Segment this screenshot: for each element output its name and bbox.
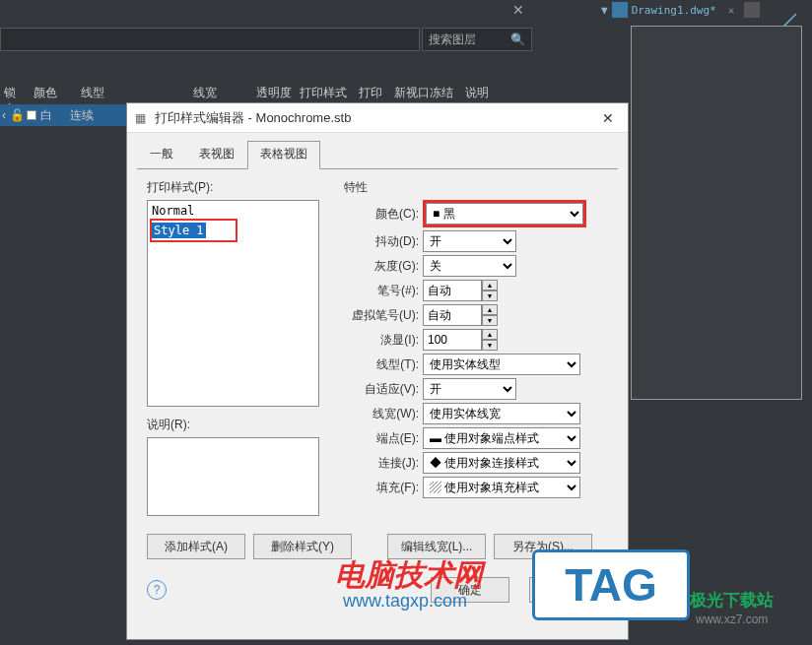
col-linetype[interactable]: 线型 (77, 83, 124, 104)
lock-icon: 🔓 (10, 108, 25, 122)
watermark-url: www.tagxp.com (343, 591, 467, 612)
watermark-text: 电脑技术网 (335, 555, 483, 596)
pen-label: 笔号(#): (344, 283, 423, 299)
col-desc[interactable]: 说明 (461, 83, 501, 104)
layer-filter-field[interactable] (0, 28, 420, 51)
list-item[interactable]: Normal (150, 203, 316, 219)
dither-select[interactable]: 开 (423, 230, 516, 252)
tab-general[interactable]: 一般 (137, 141, 186, 169)
spin-down-icon[interactable]: ▼ (482, 290, 498, 301)
join-select[interactable]: ◆ 使用对象连接样式 (423, 452, 580, 474)
col-lock[interactable]: 锁定 (0, 83, 30, 104)
search-layer-box[interactable]: 搜索图层 🔍 (422, 28, 532, 51)
search-icon: 🔍 (510, 32, 525, 46)
properties-label: 特性 (344, 179, 608, 196)
vpen-input[interactable] (423, 304, 482, 326)
layer-row[interactable]: ‹ 🔓 白 连续 (0, 104, 126, 126)
lweight-select[interactable]: 使用实体线宽 (423, 403, 580, 424)
chevron-left-icon: ‹ (2, 108, 6, 122)
file-tab[interactable]: ▼ Drawing1.dwg* ✕ (601, 2, 760, 18)
gray-select[interactable]: 关 (423, 255, 516, 277)
help-icon[interactable]: ? (147, 580, 167, 600)
color-swatch-icon (27, 110, 36, 120)
adapt-select[interactable]: 开 (423, 378, 516, 400)
col-lineweight[interactable]: 线宽 (124, 83, 221, 104)
new-tab-icon[interactable] (744, 2, 760, 18)
adapt-label: 自适应(V): (344, 381, 423, 398)
spin-up-icon[interactable]: ▲ (482, 304, 498, 315)
tab-tableview[interactable]: 表视图 (186, 141, 247, 169)
join-label: 连接(J): (344, 455, 423, 472)
fill-label: 填充(F): (344, 480, 423, 496)
endcap-label: 端点(E): (344, 430, 423, 447)
pen-input[interactable] (423, 280, 482, 301)
spin-down-icon[interactable]: ▼ (482, 315, 498, 326)
lweight-label: 线宽(W): (344, 406, 423, 422)
vpen-label: 虚拟笔号(U): (344, 307, 423, 324)
description-label: 说明(R): (147, 417, 334, 433)
list-item[interactable]: Style 1 (152, 223, 206, 238)
close-icon[interactable]: ✕ (596, 110, 620, 126)
dialog-titlebar: ▦ 打印样式编辑器 - Monochrome.stb ✕ (127, 103, 628, 133)
watermark-url-2: www.xz7.com (696, 613, 768, 626)
fill-select[interactable]: ▨ 使用对象填充样式 (423, 477, 580, 498)
dither-label: 抖动(D): (344, 233, 423, 250)
description-textarea[interactable] (147, 437, 319, 516)
screen-label: 淡显(I): (344, 332, 423, 349)
layer-header-row: 锁定 颜色 线型 线宽 透明度 打印样式 打印 新视口冻结 说明 (0, 83, 532, 104)
plot-styles-list[interactable]: Normal Style 1 (147, 200, 319, 407)
spin-up-icon[interactable]: ▲ (482, 280, 498, 290)
panel-close-icon[interactable]: ✕ (512, 2, 524, 18)
tag-badge: TAG (532, 549, 690, 620)
ltype-label: 线型(T): (344, 356, 423, 373)
endcap-select[interactable]: ▬ 使用对象端点样式 (423, 427, 580, 449)
watermark-text-2: 极光下载站 (690, 589, 774, 612)
color-select[interactable]: ■ 黑 (426, 203, 583, 225)
col-plotstyle[interactable]: 打印样式 (296, 83, 355, 104)
row-linetype: 连续 (70, 107, 94, 124)
close-icon[interactable]: ✕ (728, 4, 735, 17)
color-label: 颜色(C): (344, 206, 423, 223)
tab-marker: ▼ (601, 4, 608, 17)
col-vpfreeze[interactable]: 新视口冻结 (390, 83, 461, 104)
gray-label: 灰度(G): (344, 258, 423, 275)
dialog-icon: ▦ (135, 111, 149, 125)
search-placeholder: 搜索图层 (429, 32, 476, 48)
file-name: Drawing1.dwg* (632, 4, 716, 17)
drawing-canvas[interactable] (631, 26, 802, 400)
tab-formview[interactable]: 表格视图 (247, 141, 320, 169)
col-transparency[interactable]: 透明度 (221, 83, 296, 104)
file-icon (612, 2, 628, 18)
col-plot[interactable]: 打印 (355, 83, 390, 104)
add-style-button[interactable]: 添加样式(A) (147, 534, 245, 559)
ltype-select[interactable]: 使用实体线型 (423, 354, 580, 375)
screen-input[interactable] (423, 329, 482, 351)
dialog-title-text: 打印样式编辑器 - Monochrome.stb (155, 109, 596, 127)
spin-up-icon[interactable]: ▲ (482, 329, 498, 340)
plot-styles-label: 打印样式(P): (147, 179, 334, 196)
col-color[interactable]: 颜色 (30, 83, 77, 104)
row-color: 白 (40, 107, 52, 124)
spin-down-icon[interactable]: ▼ (482, 340, 498, 351)
